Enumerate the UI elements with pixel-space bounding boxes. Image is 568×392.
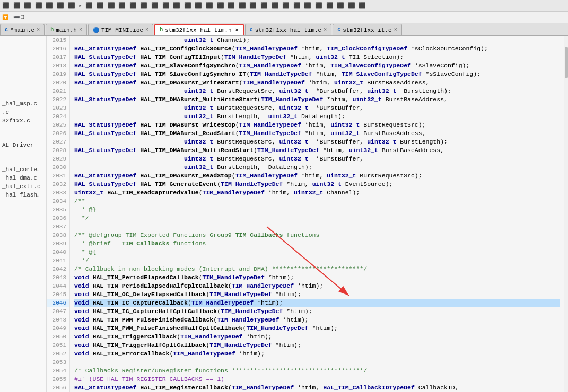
code-line-2026: HAL_StatusTypeDef HAL_TIM_DMABurst_ReadS… [74,129,560,138]
code-line-2028: HAL_StatusTypeDef HAL_TIM_DMABurst_Multi… [74,146,560,155]
line-number-2033: 2033 [47,189,69,197]
toolbar: ⬛ ⬛ ⬛ ⬛ ⬛ ⬛ ⬛ ▸ ⬛ ⬛ ⬛ ⬛ ⬛ ⬛ ⬛ ⬛ ⬛ ⬛ ⬛ ⬛ … [0,0,568,12]
code-line-2022: HAL_StatusTypeDef HAL_TIM_DMABurst_Multi… [74,95,560,104]
filter-bar: 🔽 ➖ □ [0,12,568,23]
sidebar-item-driver[interactable]: AL_Driver [0,141,46,149]
code-line-2017: HAL_StatusTypeDef HAL_TIM_ConfigTI1Input… [74,53,560,61]
sidebar-item-c[interactable]: .c [0,108,46,117]
line-number-2019: 2019 [47,70,69,78]
line-number-2047: 2047 [47,307,69,316]
code-line-2052: void HAL_TIM_ErrorCallback(TIM_HandleTyp… [74,350,560,358]
line-number-2050: 2050 [47,333,69,341]
code-content: uint32_t Channel);HAL_StatusTypeDef HAL_… [70,36,564,392]
code-line-2035: * @} [74,206,560,214]
code-line-2037 [74,222,560,231]
code-line-2053 [74,358,560,367]
line-number-2026: 2026 [47,129,69,138]
code-line-2051: void HAL_TIM_TriggerHalfCpltCallback(TIM… [74,341,560,350]
code-scroll[interactable]: 2015201620172018201920202021202220232024… [47,36,564,392]
main-layout: _hal_msp.c .c 32f1xx.c AL_Driver _hal_co… [0,36,568,392]
line-number-2054: 2054 [47,367,69,375]
line-number-2028: 2028 [47,146,69,155]
tab-close-icon[interactable]: × [37,27,40,33]
expand-icon[interactable]: □ [21,14,24,20]
line-number-2038: 2038 [47,231,69,239]
code-line-2046: void HAL_TIM_IC_CaptureCallback(TIM_Hand… [74,299,560,307]
code-line-2033: uint32_t HAL_TIM_ReadCapturedValue(TIM_H… [74,189,560,197]
sidebar-item-flash[interactable]: _hal_flash.c [0,191,46,199]
collapse-icon[interactable]: ➖ [13,14,20,21]
c-icon: c [5,27,8,33]
sidebar-item-dma[interactable]: _hal_dma.c [0,174,46,182]
line-number-2016: 2016 [47,44,69,53]
line-number-2025: 2025 [47,121,69,129]
tab-stm32-it[interactable]: c stm32f1xx_it.c × [333,24,401,35]
tab-stm32-hal-tim-c[interactable]: c stm32f1xx_hal_tim.c × [245,24,331,35]
line-number-2036: 2036 [47,214,69,222]
h-icon: h [160,27,163,33]
line-number-2039: 2039 [47,239,69,248]
sidebar-item-32f1xx[interactable]: 32f1xx.c [0,117,46,125]
code-line-2021: uint32_t BurstRequestSrc, uint32_t *Burs… [74,87,560,95]
code-line-2044: void HAL_TIM_PeriodElapsedHalfCpltCallba… [74,282,560,290]
tab-label: TIM_MINI.ioc [101,27,143,33]
tab-tim-mini[interactable]: 🔵 TIM_MINI.ioc × [88,24,153,35]
line-number-2021: 2021 [47,87,69,95]
tab-main-h[interactable]: h main.h × [46,24,87,35]
code-line-2027: uint32_t BurstRequestSrc, uint32_t *Burs… [74,138,560,146]
code-line-2043: void HAL_TIM_PeriodElapsedCallback(TIM_H… [74,273,560,282]
line-number-2049: 2049 [47,324,69,333]
line-number-2032: 2032 [47,180,69,189]
tab-label: stm32f1xx_hal_tim.h × [165,27,239,33]
line-number-2015: 2015 [47,36,69,44]
code-line-2015: uint32_t Channel); [74,36,560,44]
line-number-2044: 2044 [47,282,69,290]
sidebar-item-empty1 [0,125,46,141]
scroll-thumb[interactable] [565,47,568,78]
line-number-2029: 2029 [47,155,69,163]
tab-close-icon[interactable]: × [324,27,327,33]
toolbar-icons: ⬛ ⬛ ⬛ ⬛ ⬛ ⬛ ⬛ ▸ ⬛ ⬛ ⬛ ⬛ ⬛ ⬛ ⬛ ⬛ ⬛ ⬛ ⬛ ⬛ … [2,2,366,9]
line-number-2031: 2031 [47,172,69,180]
tab-label: main.h [56,27,77,33]
line-number-2020: 2020 [47,78,69,87]
scrollbar[interactable] [564,36,568,392]
line-number-2022: 2022 [47,95,69,104]
code-line-2020: HAL_StatusTypeDef HAL_TIM_DMABurst_Write… [74,78,560,87]
sidebar-item-cortex[interactable]: _hal_cortex.c [0,165,46,174]
code-line-2034: /** [74,197,560,206]
line-number-2046: 2046 [47,299,69,307]
code-line-2038: /** @defgroup TIM_Exported_Functions_Gro… [74,231,560,239]
code-line-2032: HAL_StatusTypeDef HAL_TIM_GenerateEvent(… [74,180,560,189]
code-line-2024: uint32_t BurstLength, uint32_t DataLengt… [74,112,560,121]
sidebar-item-exti[interactable]: _hal_exti.c [0,182,46,191]
tab-label: stm32f1xx_it.c [343,27,391,33]
line-number-2051: 2051 [47,341,69,350]
line-number-2030: 2030 [47,163,69,172]
tab-label: stm32f1xx_hal_tim.c [255,27,321,33]
tab-close-icon[interactable]: × [394,27,397,33]
line-number-2024: 2024 [47,112,69,121]
tab-close-icon[interactable]: × [145,27,148,33]
line-number-2040: 2040 [47,248,69,256]
line-number-2045: 2045 [47,290,69,299]
line-number-2041: 2041 [47,256,69,265]
code-line-2023: uint32_t BurstRequestSrc, uint32_t *Burs… [74,104,560,112]
line-number-2035: 2035 [47,206,69,214]
line-numbers: 2015201620172018201920202021202220232024… [47,36,70,392]
editor-wrapper: 2015201620172018201920202021202220232024… [47,36,564,392]
filter-sep [11,14,11,21]
code-line-2018: HAL_StatusTypeDef HAL_TIM_SlaveConfigSyn… [74,61,560,70]
sidebar-item-hal-msp[interactable]: _hal_msp.c [0,100,46,108]
line-number-2056: 2056 [47,384,69,392]
tab-close-icon[interactable]: × [79,27,82,33]
code-line-2039: * @brief TIM Callbacks functions [74,239,560,248]
tab-label: *main.c [10,27,34,33]
line-number-2018: 2018 [47,61,69,70]
tab-stm32-hal-tim-h[interactable]: h stm32f1xx_hal_tim.h × [154,24,244,35]
filter-icon: 🔽 [2,14,8,21]
line-number-2017: 2017 [47,53,69,61]
tab-main-c[interactable]: c *main.c × [0,24,45,35]
c-icon: c [250,27,253,33]
line-number-2027: 2027 [47,138,69,146]
